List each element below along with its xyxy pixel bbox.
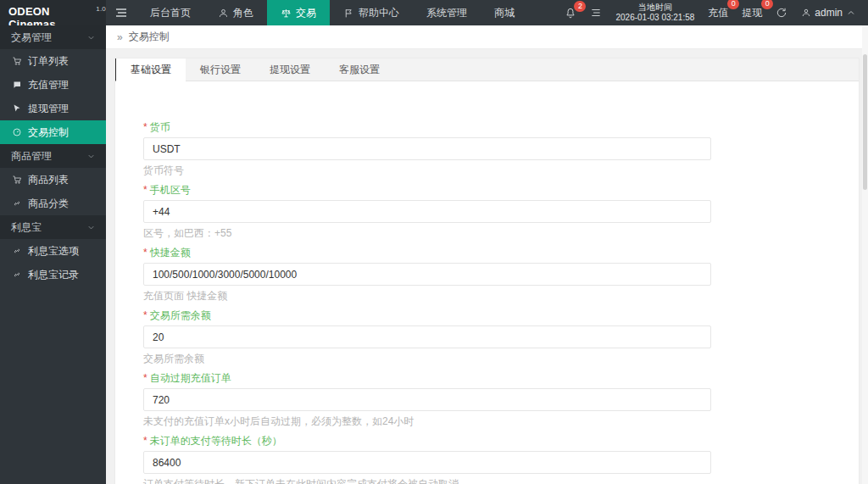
app-logo: ODEON Cinemas 1.0	[0, 0, 106, 25]
comment-icon	[12, 80, 22, 90]
sidebar-group-label: 利息宝	[11, 220, 42, 235]
scrollbar[interactable]	[862, 25, 868, 484]
tab-basic-settings[interactable]: 基础设置	[115, 58, 186, 81]
task-list-icon[interactable]	[590, 7, 602, 19]
nav-label: 帮助中心	[359, 6, 399, 20]
field-label-text: 自动过期充值订单	[150, 372, 231, 384]
person-icon	[218, 8, 229, 19]
cursor-icon	[12, 103, 22, 114]
nav-label: 后台首页	[150, 6, 191, 20]
field-help: 区号，如巴西：+55	[143, 227, 859, 239]
field-help: 交易所需余额	[143, 353, 859, 364]
nav-label: 系统管理	[426, 6, 467, 20]
scrollbar-thumb[interactable]	[863, 54, 867, 190]
sidebar-item-label: 利息宝选项	[28, 244, 79, 259]
sidebar-item-interest-records[interactable]: 利息宝记录	[0, 263, 106, 287]
tab-label: 银行设置	[200, 63, 241, 77]
topbar: ODEON Cinemas 1.0 后台首页 角色 交易 帮助中心 系统管理 商…	[0, 0, 868, 25]
field-label: *未订单的支付等待时长（秒）	[143, 435, 859, 447]
withdraw-badge: 0	[761, 0, 773, 9]
local-time: 当地时间 2026-01-03 03:21:58	[615, 3, 694, 24]
tab-withdraw-settings[interactable]: 提现设置	[255, 58, 325, 81]
app-version: 1.0	[96, 5, 106, 13]
chevron-down-icon	[86, 152, 96, 161]
sidebar-item-label: 提现管理	[28, 102, 69, 116]
sidebar-group-label: 交易管理	[11, 31, 52, 45]
breadcrumb-separator: »	[117, 31, 123, 43]
refresh-icon[interactable]	[776, 7, 787, 19]
field-label-text: 交易所需余额	[150, 309, 211, 321]
required-marker: *	[143, 121, 147, 133]
sidebar-item-order-list[interactable]: 订单列表	[0, 49, 106, 73]
field-label: *快捷金额	[143, 247, 859, 259]
recharge-link[interactable]: 充值 0	[708, 6, 728, 20]
top-nav: 后台首页 角色 交易 帮助中心 系统管理 商城	[136, 0, 528, 25]
required-marker: *	[143, 247, 147, 259]
sidebar-group-goods[interactable]: 商品管理	[0, 144, 106, 168]
nav-item-dashboard[interactable]: 后台首页	[136, 0, 204, 25]
sidebar-item-label: 订单列表	[28, 54, 69, 69]
user-menu[interactable]: admin	[801, 7, 856, 19]
field-label: *交易所需余额	[143, 309, 859, 321]
local-time-label: 当地时间	[615, 3, 694, 14]
settings-tabbar: 基础设置 银行设置 提现设置 客服设置	[115, 58, 859, 81]
field-currency: *货币 货币符号	[143, 121, 859, 176]
notification-bell-icon[interactable]: 2	[565, 7, 576, 19]
field-help: 货币符号	[143, 164, 859, 176]
sidebar-group-label: 商品管理	[11, 149, 52, 164]
chevron-up-icon	[846, 8, 856, 18]
chevron-down-icon	[86, 223, 96, 232]
nav-item-trade[interactable]: 交易	[267, 0, 330, 25]
topbar-right: 2 当地时间 2026-01-03 03:21:58 充值 0 提现 0 adm…	[565, 0, 868, 25]
field-trade-balance: *交易所需余额 交易所需余额	[143, 309, 859, 364]
withdraw-label: 提现	[742, 7, 762, 19]
tab-service-settings[interactable]: 客服设置	[325, 58, 394, 81]
field-label-text: 快捷金额	[150, 247, 191, 259]
field-phone-code: *手机区号 区号，如巴西：+55	[143, 184, 859, 239]
tab-label: 客服设置	[339, 63, 380, 77]
phone-code-input[interactable]	[143, 200, 711, 223]
field-auto-expire: *自动过期充值订单 未支付的充值订单x小时后自动过期，必须为整数，如24小时	[143, 372, 859, 427]
quick-amount-input[interactable]	[143, 263, 711, 286]
auto-expire-input[interactable]	[143, 388, 711, 411]
sidebar-group-interest[interactable]: 利息宝	[0, 215, 106, 239]
nav-label: 角色	[233, 6, 253, 20]
recharge-label: 充值	[708, 7, 728, 19]
sidebar-item-interest-options[interactable]: 利息宝选项	[0, 239, 106, 263]
sidebar-item-goods-list[interactable]: 商品列表	[0, 168, 106, 192]
trade-balance-input[interactable]	[143, 325, 711, 348]
nav-label: 交易	[296, 6, 316, 20]
username: admin	[815, 7, 843, 19]
sidebar-group-trade[interactable]: 交易管理	[0, 25, 106, 49]
flag-icon	[343, 8, 354, 19]
pay-wait-input[interactable]	[143, 451, 711, 474]
currency-input[interactable]	[143, 137, 711, 160]
sidebar-item-trade-control[interactable]: 交易控制	[0, 120, 106, 144]
cart-icon	[12, 56, 22, 66]
link-icon	[12, 270, 22, 280]
chevron-down-icon	[86, 33, 96, 42]
recharge-badge: 0	[727, 0, 739, 9]
nav-item-system[interactable]: 系统管理	[413, 0, 481, 25]
nav-item-help-center[interactable]: 帮助中心	[330, 0, 413, 25]
withdraw-link[interactable]: 提现 0	[742, 6, 762, 20]
sidebar-item-label: 交易控制	[28, 125, 69, 140]
tab-bank-settings[interactable]: 银行设置	[186, 58, 255, 81]
field-help: 订单支付等待时长，新下订单未在此时间内容完成支付将会被自动取消	[143, 478, 859, 484]
sidebar: 交易管理 订单列表 充值管理 提现管理 交易控制 商品管理 商品列表	[0, 25, 106, 484]
nav-item-mall[interactable]: 商城	[481, 0, 528, 25]
scales-icon	[281, 8, 292, 19]
local-time-value: 2026-01-03 03:21:58	[615, 13, 694, 24]
field-quick-amount: *快捷金额 充值页面 快捷金额	[143, 247, 859, 302]
sidebar-item-recharge[interactable]: 充值管理	[0, 73, 106, 97]
nav-item-roles[interactable]: 角色	[204, 0, 267, 25]
sidebar-item-label: 商品列表	[28, 173, 69, 187]
link-icon	[12, 246, 22, 256]
required-marker: *	[143, 372, 147, 384]
sidebar-item-goods-category[interactable]: 商品分类	[0, 192, 106, 215]
breadcrumb: » 交易控制	[106, 25, 868, 49]
sidebar-toggle-icon[interactable]	[106, 0, 136, 25]
settings-card: 基础设置 银行设置 提现设置 客服设置 *货币	[114, 58, 860, 484]
settings-form: *货币 货币符号 *手机区号 区号，如巴西：+55	[115, 81, 859, 484]
sidebar-item-withdraw[interactable]: 提现管理	[0, 97, 106, 120]
